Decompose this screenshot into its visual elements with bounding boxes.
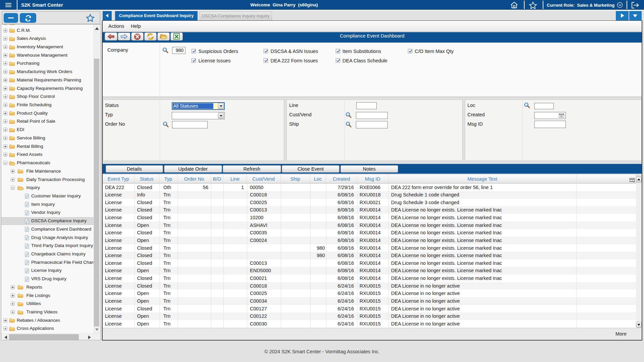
svg-text:31: 31 [560,115,563,117]
